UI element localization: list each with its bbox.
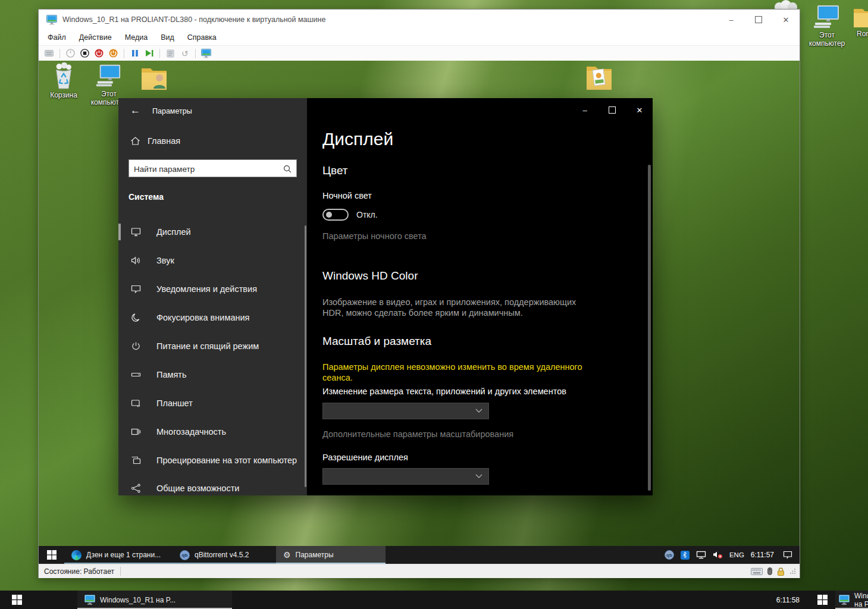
vm-desktop-icon-pictures-folder[interactable] <box>579 64 619 91</box>
vm-close-button[interactable]: ✕ <box>772 10 800 30</box>
host-taskbar-task-vmconnect-monitor2[interactable]: Windows_10_R1 на P... <box>835 591 868 609</box>
back-button[interactable]: ← <box>130 105 140 117</box>
taskbar-task-qbittorrent[interactable]: qb qBittorrent v4.5.2 <box>173 546 276 564</box>
minimize-icon: – <box>729 15 733 24</box>
qbittorrent-icon: qb <box>180 550 190 560</box>
lock-status-icon <box>777 567 785 576</box>
host-clock[interactable]: 6:11:58 <box>737 591 800 609</box>
back-arrow-icon: ← <box>130 105 140 116</box>
resolution-label: Разрешение дисплея <box>322 453 408 462</box>
scale-dropdown[interactable] <box>322 403 489 419</box>
focus-assist-icon <box>130 313 141 322</box>
vm-desktop-icon-recycle-bin[interactable]: Корзина <box>43 62 84 99</box>
menu-media[interactable]: Медиа <box>118 30 154 45</box>
sidebar-item-focus-assist[interactable]: Фокусировка внимания <box>118 304 307 331</box>
menu-action[interactable]: Действие <box>73 30 118 45</box>
save-vm-button[interactable] <box>108 48 118 59</box>
vm-start-button[interactable] <box>39 546 64 564</box>
sidebar-scrollbar[interactable] <box>305 225 306 487</box>
bluetooth-glyph <box>682 551 687 558</box>
host-taskbar-task-vmconnect[interactable]: Windows_10_R1 на P... <box>77 591 232 609</box>
settings-maximize-button[interactable] <box>598 100 626 120</box>
host-desktop-icon-this-pc[interactable]: Этот компьютер <box>807 5 847 48</box>
night-light-toggle[interactable] <box>322 209 349 221</box>
enhanced-session-button[interactable] <box>201 48 211 59</box>
settings-minimize-button[interactable]: – <box>571 100 598 120</box>
vm-screen: Корзина Этот компьютер <box>39 61 800 564</box>
this-pc-icon <box>96 64 122 89</box>
pause-vm-button[interactable] <box>130 48 140 59</box>
action-center-icon[interactable] <box>783 551 792 559</box>
host-recycle-bin-icon[interactable] <box>772 0 800 9</box>
task-label: Windows_10_R1 на P... <box>854 592 868 608</box>
checkpoint-button[interactable] <box>165 48 176 59</box>
menu-help[interactable]: Справка <box>181 30 223 45</box>
sidebar-item-power-sleep[interactable]: Питание и спящий режим <box>118 333 307 359</box>
sidebar-item-projecting[interactable]: Проецирование на этот компьютер <box>118 447 307 473</box>
search-input[interactable] <box>133 161 278 177</box>
sidebar-item-storage[interactable]: Память <box>118 362 307 388</box>
hdr-description: Изображение в видео, играх и приложениях… <box>322 297 579 318</box>
shut-down-vm-button[interactable] <box>94 48 104 59</box>
network-icon[interactable] <box>696 551 706 559</box>
night-light-state: Откл. <box>356 210 378 219</box>
toolbar-separator <box>195 49 196 58</box>
hyperv-app-icon <box>84 595 95 605</box>
content-scrollbar[interactable] <box>648 165 651 491</box>
sidebar-item-notifications[interactable]: Уведомления и действия <box>118 276 307 302</box>
bluetooth-icon[interactable] <box>681 551 690 560</box>
session-monitor-icon <box>201 49 211 58</box>
resume-vm-button[interactable] <box>144 48 154 59</box>
resize-grip[interactable] <box>789 568 796 575</box>
minimize-icon: – <box>582 106 587 115</box>
sidebar-item-sound[interactable]: Звук <box>118 247 307 274</box>
night-light-label: Ночной свет <box>322 191 372 200</box>
start-vm-button[interactable] <box>65 48 76 59</box>
vm-maximize-button[interactable] <box>745 10 772 30</box>
nav-label: Фокусировка внимания <box>156 313 249 322</box>
sidebar-item-shared-experiences[interactable]: Общие возможности <box>118 475 307 501</box>
sidebar-item-home[interactable]: Главная <box>130 136 180 146</box>
settings-content: – ✕ Дисплей Цвет Ночной свет Откл. Парам… <box>307 98 653 495</box>
turn-off-vm-button[interactable] <box>80 48 90 59</box>
tablet-icon <box>130 398 141 408</box>
ctrl-alt-del-icon <box>45 50 54 56</box>
sidebar-item-display[interactable]: Дисплей <box>118 219 307 245</box>
sidebar-item-multitasking[interactable]: Многозадачность <box>118 419 307 445</box>
vm-clock[interactable]: 6:11:57 <box>751 551 774 559</box>
home-label: Главная <box>148 136 180 146</box>
settings-close-button[interactable]: ✕ <box>626 100 653 120</box>
search-icon[interactable] <box>283 165 292 173</box>
night-light-settings-link[interactable]: Параметры ночного света <box>322 231 427 241</box>
advanced-scaling-link[interactable]: Дополнительные параметры масштабирования <box>322 429 513 439</box>
vm-titlebar[interactable]: Windows_10_R1 на PROLIANT-DL380 - подклю… <box>39 10 800 30</box>
multitasking-icon <box>130 427 141 437</box>
vm-toolbar: ↺ <box>39 45 800 61</box>
taskbar-task-edge[interactable]: Дзен и еще 1 страни... <box>64 546 173 564</box>
chevron-down-icon <box>475 474 482 479</box>
host-desktop-icon-folder[interactable]: Ror <box>850 6 868 38</box>
nav-label: Проецирование на этот компьютер <box>156 456 297 465</box>
qbittorrent-tray-icon[interactable]: qb <box>665 550 674 560</box>
vm-minimize-button[interactable]: – <box>717 10 745 30</box>
taskbar-task-settings[interactable]: ⚙ Параметры <box>276 546 386 564</box>
this-pc-icon <box>813 5 841 30</box>
edge-icon <box>71 550 82 560</box>
vm-desktop-icon-user-folder[interactable] <box>134 65 174 91</box>
remote-session-warning: Параметры дисплея невозможно изменить во… <box>322 362 583 383</box>
host-start-button[interactable] <box>5 591 29 609</box>
menu-file[interactable]: Файл <box>41 30 73 45</box>
volume-muted-icon[interactable] <box>713 551 723 559</box>
menu-view[interactable]: Вид <box>154 30 181 45</box>
scale-heading: Масштаб и разметка <box>322 335 431 348</box>
resolution-dropdown[interactable] <box>322 468 489 485</box>
ctrl-alt-del-button[interactable] <box>44 48 54 59</box>
revert-button[interactable]: ↺ <box>180 48 190 59</box>
toolbar-separator <box>159 49 160 58</box>
language-indicator[interactable]: ENG <box>729 551 744 558</box>
vm-window-title: Windows_10_R1 на PROLIANT-DL380 - подклю… <box>62 15 717 24</box>
host-start-button-monitor2[interactable] <box>810 591 834 609</box>
host-desktop: { "host": { "desktop_icons": { "this_pc"… <box>0 0 868 609</box>
toolbar-separator <box>124 49 124 58</box>
sidebar-item-tablet[interactable]: Планшет <box>118 390 307 416</box>
